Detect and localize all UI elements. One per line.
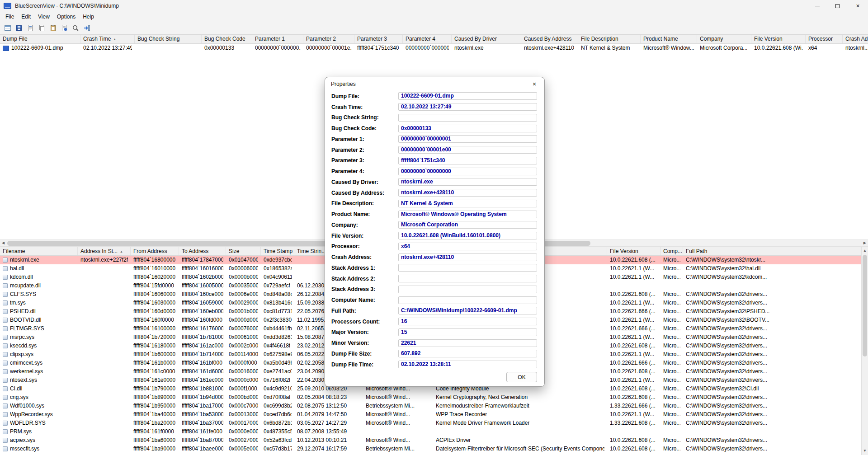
cell-time-stamp: 0x4f46618f [261, 342, 294, 350]
field-value[interactable] [398, 296, 537, 304]
field-value[interactable]: x64 [398, 243, 537, 250]
driver-row[interactable]: cng.sysfffff804`1b890000fffff804`1b94d00… [0, 393, 861, 402]
upper-header-caused-by-address[interactable]: Caused By Address [521, 35, 578, 43]
title-bar[interactable]: BlueScreenView - C:\WINDOWS\Minidump × [0, 0, 868, 12]
field-value[interactable]: C:\WINDOWS\Minidump\100222-6609-01.dmp [398, 307, 537, 314]
lower-header-filename[interactable]: Filename [0, 247, 78, 255]
scroll-up-icon[interactable]: ▲ [863, 248, 867, 254]
upper-header-parameter-2[interactable]: Parameter 2 [303, 35, 354, 43]
field-value[interactable] [398, 114, 537, 122]
vertical-scrollbar-thumb[interactable] [863, 255, 867, 356]
field-value[interactable]: 02.10.2022 13:27:49 [398, 103, 537, 111]
driver-file-icon [3, 258, 8, 263]
upper-header-crash-time[interactable]: Crash Time▲ [80, 35, 135, 43]
properties-icon[interactable] [59, 23, 69, 33]
upper-header-product-name[interactable]: Product Name [641, 35, 697, 43]
cell-comp: Micro... [660, 385, 683, 393]
field-value[interactable]: 607.892 [398, 350, 537, 357]
scroll-right-icon[interactable]: ▶ [863, 240, 866, 246]
upper-header-dump-file[interactable]: Dump File [0, 35, 80, 43]
minimize-button[interactable] [807, 0, 827, 12]
dump-file-row[interactable]: 100222-6609-01.dmp02.10.2022 13:27:490x0… [0, 44, 868, 52]
cell-text: 10.0.22621.608 (... [610, 342, 656, 350]
field-value[interactable]: 00000000`00001e00 [398, 146, 537, 154]
upper-header-crash-ad[interactable]: Crash Ad... [843, 35, 868, 43]
field-value[interactable]: 10.0.22621.608 (WinBuild.160101.0800) [398, 232, 537, 239]
field-value[interactable]: 0x00000133 [398, 125, 537, 132]
advanced-options-icon[interactable] [82, 23, 92, 33]
field-value[interactable]: ntoskrnl.exe+428110 [398, 189, 537, 197]
html-report-icon[interactable] [25, 23, 35, 33]
field-value[interactable]: 15 [398, 328, 537, 336]
field-value[interactable]: 16 [398, 318, 537, 325]
driver-row[interactable]: mssecflt.sysfffff804`1ba90000fffff804`1b… [0, 445, 861, 453]
table-view-icon[interactable] [3, 23, 13, 33]
driver-row[interactable]: acpiex.sysfffff804`1ba60000fffff804`1ba8… [0, 436, 861, 445]
dialog-title-bar[interactable]: Properties × [325, 77, 544, 91]
lower-header-time-stamp[interactable]: Time Stamp [261, 247, 294, 255]
lower-header-file-version[interactable]: File Version [607, 247, 660, 255]
upper-header-parameter-4[interactable]: Parameter 4 [403, 35, 452, 43]
field-value[interactable]: fffff804`1751c340 [398, 157, 537, 164]
copy-details-icon[interactable] [48, 23, 58, 33]
upper-header-parameter-3[interactable]: Parameter 3 [354, 35, 403, 43]
upper-header-file-version[interactable]: File Version [751, 35, 806, 43]
cell-text: 0x0000b000 [229, 273, 258, 281]
field-value[interactable]: 02.10.2022 13:28:11 [398, 361, 537, 368]
field-value[interactable]: 00000000`00000001 [398, 135, 537, 143]
upper-header-bug-check-string[interactable]: Bug Check String [135, 35, 202, 43]
lower-header-from-address[interactable]: From Address [131, 247, 179, 255]
dialog-close-button[interactable]: × [524, 77, 544, 91]
field-value[interactable]: 100222-6609-01.dmp [398, 92, 537, 100]
field-value[interactable]: 00000000`00000000 [398, 168, 537, 175]
field-value[interactable] [398, 264, 537, 272]
lower-header-comp[interactable]: Comp... [660, 247, 683, 255]
scroll-down-icon[interactable]: ▼ [863, 448, 867, 454]
menu-file[interactable]: File [2, 12, 18, 22]
cell-address-in-st [78, 281, 131, 290]
scroll-left-icon[interactable]: ◀ [2, 240, 5, 246]
maximize-button[interactable] [827, 0, 848, 12]
upper-header-company[interactable]: Company [697, 35, 751, 43]
find-icon[interactable] [71, 23, 80, 33]
upper-header-file-description[interactable]: File Description [578, 35, 641, 43]
close-button[interactable]: × [848, 0, 868, 12]
field-value[interactable]: Microsoft® Windows® Operating System [398, 211, 537, 218]
driver-file-icon [3, 386, 8, 391]
ok-button[interactable]: OK [506, 372, 537, 382]
menu-edit[interactable]: Edit [18, 12, 34, 22]
upper-header-parameter-1[interactable]: Parameter 1 [252, 35, 303, 43]
dialog-field-caused-by-address: Caused By Address:ntoskrnl.exe+428110 [325, 188, 544, 198]
field-value[interactable]: 22621 [398, 339, 537, 347]
field-value[interactable]: ntoskrnl.exe+428110 [398, 253, 537, 261]
cell-file-version: 10.0.22621.608 (... [607, 367, 660, 376]
menu-view[interactable]: View [34, 12, 53, 22]
field-value[interactable] [398, 286, 537, 293]
driver-row[interactable]: PRM.sysfffff804`161f0000fffff804`161fe00… [0, 427, 861, 436]
cell-file-version: 10.0.22621.608 (... [607, 393, 660, 402]
lower-header-address-in-st[interactable]: Address In St...▲ [78, 247, 131, 255]
copy-icon[interactable] [37, 23, 47, 33]
cell-text: cmimcext.sys [10, 359, 42, 367]
field-value[interactable]: Microsoft Corporation [398, 221, 537, 229]
driver-file-icon [3, 412, 8, 417]
field-value[interactable] [398, 275, 537, 282]
save-icon[interactable] [14, 23, 24, 33]
driver-row[interactable]: WppRecorder.sysfffff804`1ba40000fffff804… [0, 410, 861, 419]
cell-text: 0xced7db6c [264, 410, 292, 419]
cell-text: fffff804`1ba87000 [182, 436, 223, 445]
upper-header-processor[interactable]: Processor [806, 35, 843, 43]
field-value[interactable]: ntoskrnl.exe [398, 178, 537, 186]
menu-options[interactable]: Options [53, 12, 79, 22]
upper-header-bug-check-code[interactable]: Bug Check Code [202, 35, 252, 43]
field-value[interactable]: NT Kernel & System [398, 200, 537, 207]
lower-header-size[interactable]: Size [226, 247, 261, 255]
vertical-scrollbar[interactable]: ▲ ▼ [861, 247, 868, 455]
driver-row[interactable]: WDFLDR.SYSfffff804`1ba20000fffff804`1ba3… [0, 419, 861, 427]
upper-header-caused-by-driver[interactable]: Caused By Driver [452, 35, 521, 43]
dialog-field-stack-address-3: Stack Address 3: [325, 284, 544, 295]
lower-header-full-path[interactable]: Full Path [683, 247, 861, 255]
menu-help[interactable]: Help [79, 12, 98, 22]
driver-row[interactable]: Wdf01000.sysfffff804`1b950000fffff804`1b… [0, 402, 861, 410]
lower-header-to-address[interactable]: To Address [179, 247, 226, 255]
